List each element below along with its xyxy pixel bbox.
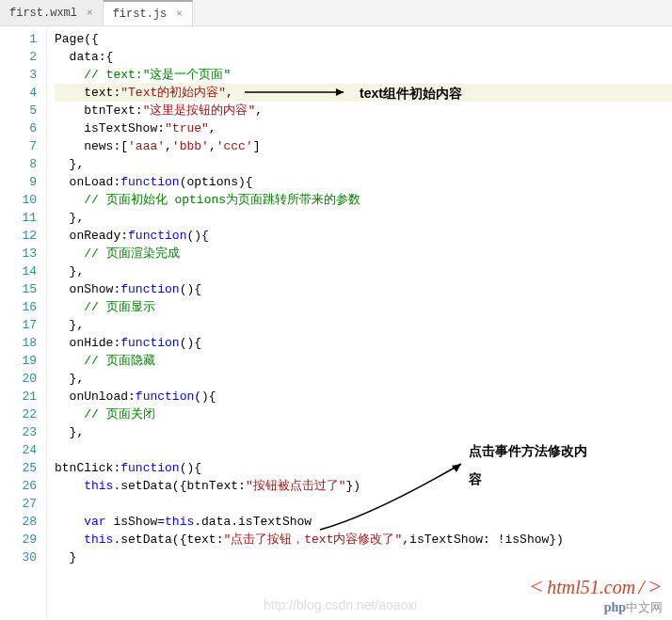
code-line: this.setData({btnText:"按钮被点击过了"})	[55, 477, 672, 495]
code-editor[interactable]: 12345 678910 1112131415 1617181920 21222…	[0, 26, 672, 620]
watermark-csdn: http://blog.csdn.net/aoaoxi	[264, 597, 417, 612]
code-line: onUnload:function(){	[55, 388, 672, 405]
code-line: },	[55, 209, 672, 227]
close-icon[interactable]: ×	[176, 8, 183, 20]
tab-bar: first.wxml × first.js ×	[0, 0, 672, 26]
code-line: btnText:"这里是按钮的内容",	[55, 102, 672, 119]
code-line	[55, 441, 672, 459]
code-line	[55, 495, 672, 513]
code-line: btnClick:function(){	[55, 459, 672, 477]
tab-first-js[interactable]: first.js ×	[104, 0, 193, 25]
code-line: news:['aaa','bbb','ccc']	[55, 137, 672, 155]
code-line: this.setData({text:"点击了按钮，text内容修改了",isT…	[55, 531, 672, 548]
tab-label: first.wxml	[9, 7, 77, 20]
tab-first-wxml[interactable]: first.wxml ×	[0, 0, 104, 25]
code-line: Page({	[55, 30, 672, 48]
code-line: },	[55, 155, 672, 173]
code-area[interactable]: Page({ data:{ // text:"这是一个页面" text:"Tex…	[47, 26, 672, 620]
code-line: data:{	[55, 48, 672, 66]
code-line: },	[55, 423, 672, 441]
code-line: // 页面关闭	[55, 405, 672, 423]
code-line: onReady:function(){	[55, 227, 672, 245]
code-line: var isShow=this.data.isTextShow	[55, 513, 672, 531]
code-line: onShow:function(){	[55, 280, 672, 298]
watermark-php: < html51.com / > php中文网	[529, 574, 663, 616]
close-icon[interactable]: ×	[87, 8, 93, 19]
code-line: },	[55, 316, 672, 334]
tab-label: first.js	[113, 8, 168, 21]
code-line: },	[55, 262, 672, 280]
code-line: // 页面隐藏	[55, 352, 672, 370]
code-line: // 页面显示	[55, 298, 672, 316]
code-line: },	[55, 370, 672, 388]
code-line: // text:"这是一个页面"	[55, 66, 672, 84]
code-line: // 页面初始化 options为页面跳转所带来的参数	[55, 191, 672, 209]
code-line: onLoad:function(options){	[55, 173, 672, 191]
line-gutter: 12345 678910 1112131415 1617181920 21222…	[0, 26, 47, 620]
code-line: isTextShow:"true",	[55, 119, 672, 137]
code-line: }	[55, 548, 672, 566]
code-line: // 页面渲染完成	[55, 245, 672, 262]
code-line: text:"Text的初始内容",	[55, 84, 672, 102]
code-line: onHide:function(){	[55, 334, 672, 352]
